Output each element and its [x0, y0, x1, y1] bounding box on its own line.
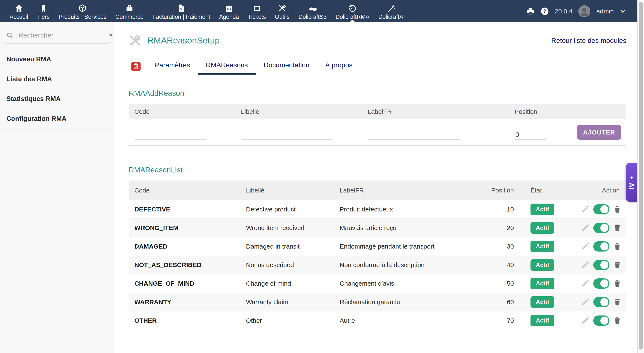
home-icon [15, 3, 23, 13]
delete-icon[interactable] [613, 279, 622, 287]
sidebar-item-statistiques-rma[interactable]: Statistiques RMA [0, 89, 114, 109]
sidebar-search [4, 31, 110, 44]
edit-icon[interactable] [581, 205, 590, 214]
add-button[interactable]: AJOUTER [577, 125, 621, 140]
table-row: WARRANTY Warranty claim Réclamation gara… [129, 293, 626, 311]
position-field[interactable] [514, 130, 546, 140]
edit-icon[interactable] [581, 279, 590, 288]
topnav-item-facturation-paiement[interactable]: $ Facturation | Paiement [148, 0, 215, 22]
label-field[interactable] [241, 130, 332, 140]
row-label: Change of mind [240, 280, 334, 287]
add-col-position: Position [509, 108, 568, 115]
delete-icon[interactable] [613, 316, 622, 325]
status-badge: Actif [530, 241, 554, 252]
chevron-down-icon[interactable] [620, 8, 626, 15]
user-menu-label[interactable]: admin [596, 8, 614, 15]
scrollbar-thumb[interactable] [639, 2, 643, 349]
back-to-modules-link[interactable]: Retour liste des modules [551, 37, 626, 45]
row-label: Not as described [240, 261, 334, 269]
top-navigation: Accueil Tiers Produits | Services Commer… [0, 0, 409, 22]
delete-icon[interactable] [613, 298, 622, 306]
list-table-header: CodeLibelléLabelFRPositionÉtatAction [129, 181, 626, 200]
row-labelfr: Autre [334, 317, 488, 324]
delete-icon[interactable] [613, 205, 622, 213]
row-code: WARRANTY [129, 298, 240, 306]
row-position: 50 [488, 280, 514, 287]
delete-icon[interactable] [613, 261, 622, 269]
version-label: 20.0.4 [555, 8, 572, 15]
table-row: DEFECTIVE Defective product Produit défe… [129, 200, 626, 218]
add-reason-table: CodeLibelléLabelFRPosition AJOUTER [129, 104, 626, 146]
add-section-title: RMAAddReason [129, 89, 626, 97]
list-col-libell-: Libellé [240, 187, 334, 194]
topnav-item-accueil[interactable]: Accueil [5, 0, 32, 22]
list-table-body: DEFECTIVE Defective product Produit défe… [129, 200, 626, 330]
add-col-code: Code [129, 108, 235, 115]
list-col-position: Position [488, 187, 514, 194]
row-code: WRONG_ITEM [129, 224, 240, 231]
tab--propos[interactable]: À propos [317, 61, 360, 75]
active-toggle[interactable] [593, 241, 610, 251]
edit-icon[interactable] [581, 298, 590, 306]
sidebar-item-configuration-rma[interactable]: Configuration RMA [0, 109, 114, 129]
status-badge: Actif [530, 296, 554, 308]
row-position: 40 [488, 261, 514, 269]
row-labelfr: Réclamation garantie [334, 298, 488, 306]
active-toggle[interactable] [593, 204, 610, 214]
row-actions [580, 315, 626, 326]
search-scope-caret-icon[interactable] [108, 32, 114, 39]
topnav-item-tiers[interactable]: Tiers [32, 0, 54, 22]
calendar-icon [225, 3, 233, 13]
active-toggle[interactable] [593, 260, 610, 270]
topnav-item-agenda[interactable]: Agenda [215, 0, 244, 22]
row-label: Other [240, 317, 334, 324]
avatar[interactable] [578, 5, 590, 18]
delete-icon[interactable] [613, 224, 622, 232]
topnav-item-commerce[interactable]: Commerce [111, 0, 148, 22]
help-icon[interactable]: ? [540, 7, 549, 16]
topnav-item-dolicraftrma[interactable]: DolicraftRMA [331, 0, 374, 22]
active-toggle[interactable] [593, 297, 610, 307]
add-col-labelfr: LabelFR [362, 108, 509, 115]
active-toggle[interactable] [593, 223, 610, 233]
search-input[interactable] [18, 31, 108, 39]
ai-assistant-tab[interactable]: ✦ AI [626, 163, 638, 202]
edit-icon[interactable] [581, 242, 590, 251]
labelfr-field[interactable] [368, 130, 461, 140]
page-title: RMAReasonSetup [147, 36, 220, 46]
building-icon [39, 3, 48, 13]
topbar-right-cluster: ? 20.0.4 admin [526, 0, 638, 22]
active-toggle[interactable] [593, 315, 610, 326]
tab-documentation[interactable]: Documentation [256, 61, 317, 75]
rotate-icon [348, 3, 357, 13]
tab-rmareasons[interactable]: RMAReasons [198, 61, 256, 75]
code-field[interactable] [134, 130, 207, 140]
sidebar-item-liste-des-rma[interactable]: Liste des RMA [0, 69, 114, 89]
list-col-action: Action [580, 187, 626, 194]
row-position: 60 [488, 298, 514, 306]
status-badge: Actif [530, 259, 554, 271]
topnav-item-dolicraftai[interactable]: DolicraftAI [374, 0, 410, 22]
add-table-header: CodeLibelléLabelFRPosition [129, 104, 626, 119]
edit-icon[interactable] [581, 224, 590, 232]
table-row: OTHER Other Autre 70 Actif [129, 311, 626, 330]
active-toggle[interactable] [593, 278, 610, 289]
main-area: RMAReasonSetup Retour liste des modules … [114, 22, 638, 353]
topnav-item-tickets[interactable]: Tickets [244, 0, 270, 22]
delete-icon[interactable] [613, 242, 622, 250]
edit-icon[interactable] [581, 261, 590, 269]
topnav-item-produits-services[interactable]: Produits | Services [54, 0, 111, 22]
row-code: NOT_AS_DESCRIBED [129, 261, 240, 269]
row-code: CHANGE_OF_MIND [129, 280, 240, 287]
sidebar-item-nouveau-rma[interactable]: Nouveau RMA [0, 50, 114, 69]
edit-icon[interactable] [581, 316, 590, 325]
topnav-item-dolicrafts3[interactable]: DolicraftS3 [294, 0, 331, 22]
row-labelfr: Non conforme à la description [334, 261, 488, 269]
status-badge: Actif [530, 204, 554, 215]
wand-icon [388, 3, 396, 13]
row-actions [580, 278, 626, 289]
tab-param-tres[interactable]: Paramètres [147, 61, 198, 75]
list-col--tat: État [514, 187, 580, 194]
topnav-item-outils[interactable]: Outils [270, 0, 294, 22]
print-icon[interactable] [526, 7, 535, 16]
